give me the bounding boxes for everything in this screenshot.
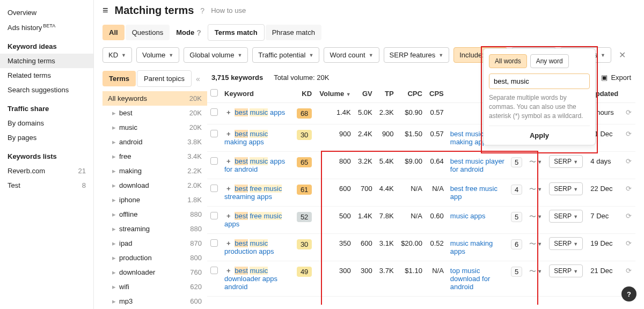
row-checkbox[interactable] (210, 157, 218, 165)
term-row[interactable]: ▸iphone1.8K (103, 193, 207, 207)
term-row[interactable]: ▸making2.2K (103, 164, 207, 178)
term-row[interactable]: ▸music20K (103, 120, 207, 135)
terms-tab-terms[interactable]: Terms (103, 71, 136, 86)
term-row[interactable]: ▸ipad870 (103, 236, 207, 251)
col-cps[interactable]: CPS (426, 85, 447, 103)
sidebar-item[interactable]: Reverb.com21 (0, 164, 93, 178)
col-kd[interactable]: KD (293, 85, 315, 103)
trend-icon[interactable]: 〜 ▼ (529, 267, 542, 276)
filter-traffic-potential[interactable]: Traffic potential▼ (252, 47, 319, 63)
term-row[interactable]: All keywords20K (103, 91, 207, 106)
caret-down-icon: ▼ (601, 53, 605, 58)
keyword-link[interactable]: best music apps (235, 108, 285, 116)
term-row[interactable]: ▸best20K (103, 106, 207, 120)
tab-terms-match[interactable]: Terms match (208, 24, 265, 41)
apply-button[interactable]: Apply (489, 126, 590, 139)
sidebar-item[interactable]: Test8 (0, 178, 93, 193)
row-checkbox[interactable] (210, 212, 218, 219)
row-checkbox[interactable] (210, 108, 218, 116)
refresh-icon[interactable]: ⟳ (626, 212, 632, 220)
row-checkbox[interactable] (210, 267, 218, 274)
parent-topic-link[interactable]: best free music app (450, 185, 497, 201)
col-cpc[interactable]: CPC (397, 85, 426, 103)
add-icon[interactable]: + (224, 157, 233, 165)
add-icon[interactable]: + (224, 108, 233, 116)
term-row[interactable]: ▸streaming880 (103, 222, 207, 236)
tab-phrase-match[interactable]: Phrase match (266, 25, 321, 40)
row-checkbox[interactable] (210, 239, 218, 247)
popover-tab-any-word[interactable]: Any word (530, 54, 569, 68)
col-tp[interactable]: TP (376, 85, 397, 103)
terms-tab-parent[interactable]: Parent topics (137, 70, 192, 87)
term-row[interactable]: ▸android3.8K (103, 135, 207, 149)
help-icon[interactable]: ? (200, 6, 204, 15)
serp-button[interactable]: SERP ▼ (549, 155, 583, 168)
filter-volume[interactable]: Volume▼ (136, 47, 179, 63)
clear-filters-icon[interactable]: ✕ (616, 50, 629, 60)
term-row[interactable]: ▸mp3600 (103, 294, 207, 305)
hamburger-icon[interactable]: ≡ (103, 5, 108, 16)
term-row[interactable]: ▸production800 (103, 251, 207, 265)
refresh-icon[interactable]: ⟳ (626, 130, 632, 138)
sidebar-item[interactable]: By pages (0, 130, 93, 145)
refresh-icon[interactable]: ⟳ (626, 267, 632, 275)
help-fab-icon[interactable]: ? (621, 286, 636, 301)
add-icon[interactable]: + (224, 239, 233, 247)
col-keyword[interactable]: Keyword (221, 85, 293, 103)
trend-icon[interactable]: 〜 ▼ (529, 212, 542, 222)
trend-icon[interactable]: 〜 ▼ (529, 239, 542, 249)
how-to-use-link[interactable]: How to use (211, 6, 246, 14)
row-checkbox[interactable] (210, 130, 218, 137)
parent-topic-link[interactable]: music making apps (450, 239, 493, 255)
trend-icon[interactable]: 〜 ▼ (529, 185, 542, 194)
serp-button[interactable]: SERP ▼ (549, 182, 583, 195)
term-row[interactable]: ▸wifi620 (103, 279, 207, 294)
parent-topic-link[interactable]: top music download for android (450, 267, 490, 291)
add-icon[interactable]: + (224, 267, 233, 275)
collapse-icon[interactable]: « (193, 75, 203, 83)
parent-topic-link[interactable]: music apps (450, 212, 486, 220)
kd-badge: 52 (297, 212, 312, 222)
sidebar-item[interactable]: Search suggestions (0, 83, 93, 97)
term-row[interactable]: ▸offline880 (103, 207, 207, 222)
row-checkbox[interactable] (210, 185, 218, 192)
serp-button[interactable]: SERP ▼ (549, 264, 583, 277)
select-all-checkbox[interactable] (210, 89, 218, 97)
term-row[interactable]: ▸downloader760 (103, 265, 207, 279)
refresh-icon[interactable]: ⟳ (626, 157, 632, 165)
filter-kd[interactable]: KD▼ (103, 47, 132, 63)
col-volume[interactable]: Volume ▼ (315, 85, 354, 103)
keyword-link[interactable]: best free music apps (224, 212, 282, 228)
sidebar-item[interactable]: Related terms (0, 68, 93, 83)
tab-questions[interactable]: Questions (126, 25, 170, 40)
sidebar-item[interactable]: By domains (0, 116, 93, 130)
filter-word-count[interactable]: Word count▼ (324, 47, 379, 63)
serp-button[interactable]: SERP ▼ (549, 237, 583, 250)
popover-tab-all-words[interactable]: All words (489, 54, 527, 68)
term-row[interactable]: ▸download2.0K (103, 178, 207, 193)
filter-serp-features[interactable]: SERP features▼ (384, 47, 450, 63)
chevron-right-icon: ▸ (112, 181, 116, 189)
col-gv[interactable]: GV (354, 85, 376, 103)
term-row[interactable]: ▸free3.4K (103, 149, 207, 164)
add-icon[interactable]: + (224, 130, 233, 138)
sidebar-item[interactable]: Matching terms (0, 54, 93, 68)
refresh-icon[interactable]: ⟳ (626, 239, 632, 247)
sidebar-ads-history[interactable]: Ads historyBETA (0, 20, 93, 35)
refresh-icon[interactable]: ⟳ (626, 108, 632, 116)
trend-icon[interactable]: 〜 ▼ (529, 157, 542, 167)
refresh-icon[interactable]: ⟳ (626, 185, 632, 193)
serp-button[interactable]: SERP ▼ (549, 210, 583, 223)
filter-global-volume[interactable]: Global volume▼ (184, 47, 248, 63)
include-words-input[interactable] (489, 73, 590, 89)
sidebar-overview[interactable]: Overview (0, 5, 93, 20)
tab-all[interactable]: All (103, 25, 125, 40)
keyword-link[interactable]: best free music streaming apps (224, 185, 282, 201)
export-button[interactable]: ▣Export (601, 73, 631, 82)
info-icon[interactable]: ? (196, 28, 201, 37)
add-icon[interactable]: + (224, 212, 233, 220)
add-icon[interactable]: + (224, 185, 233, 193)
keyword-link[interactable]: best music apps for android (224, 157, 285, 173)
export-icon: ▣ (601, 73, 608, 82)
parent-topic-link[interactable]: best music player for android (450, 157, 504, 173)
